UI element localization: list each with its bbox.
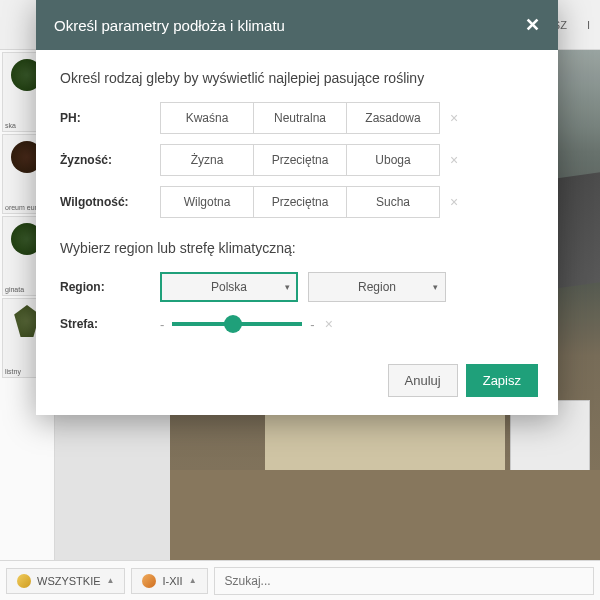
cancel-button[interactable]: Anuluj <box>388 364 458 397</box>
moisture-label: Wilgotność: <box>60 195 160 209</box>
save-button[interactable]: Zapisz <box>466 364 538 397</box>
ph-label: PH: <box>60 111 160 125</box>
ph-option[interactable]: Zasadowa <box>346 102 440 134</box>
modal-title: Określ parametry podłoża i klimatu <box>54 17 285 34</box>
soil-heading: Określ rodzaj gleby by wyświetlić najlep… <box>60 70 534 86</box>
modal-footer: Anuluj Zapisz <box>36 352 558 415</box>
clear-icon[interactable]: × <box>450 194 458 210</box>
slider-min: - <box>160 317 164 332</box>
zone-slider[interactable] <box>172 322 302 326</box>
clear-icon[interactable]: × <box>325 316 333 332</box>
moisture-option[interactable]: Wilgotna <box>160 186 254 218</box>
soil-climate-modal: Określ parametry podłoża i klimatu ✕ Okr… <box>36 0 558 415</box>
moisture-option[interactable]: Sucha <box>346 186 440 218</box>
slider-max: - <box>310 317 314 332</box>
modal-header: Określ parametry podłoża i klimatu ✕ <box>36 0 558 50</box>
region-select[interactable]: Region <box>308 272 446 302</box>
slider-thumb[interactable] <box>224 315 242 333</box>
region-heading: Wybierz region lub strefę klimatyczną: <box>60 240 534 256</box>
moisture-row: Wilgotność: Wilgotna Przeciętna Sucha × <box>60 186 534 218</box>
fertility-label: Żyzność: <box>60 153 160 167</box>
fertility-option[interactable]: Żyzna <box>160 144 254 176</box>
close-icon[interactable]: ✕ <box>525 14 540 36</box>
fertility-option[interactable]: Przeciętna <box>253 144 347 176</box>
clear-icon[interactable]: × <box>450 110 458 126</box>
fertility-row: Żyzność: Żyzna Przeciętna Uboga × <box>60 144 534 176</box>
fertility-option[interactable]: Uboga <box>346 144 440 176</box>
ph-row: PH: Kwaśna Neutralna Zasadowa × <box>60 102 534 134</box>
country-select[interactable]: Polska <box>160 272 298 302</box>
zone-label: Strefa: <box>60 317 160 331</box>
clear-icon[interactable]: × <box>450 152 458 168</box>
ph-option[interactable]: Neutralna <box>253 102 347 134</box>
moisture-option[interactable]: Przeciętna <box>253 186 347 218</box>
ph-option[interactable]: Kwaśna <box>160 102 254 134</box>
region-label: Region: <box>60 280 160 294</box>
